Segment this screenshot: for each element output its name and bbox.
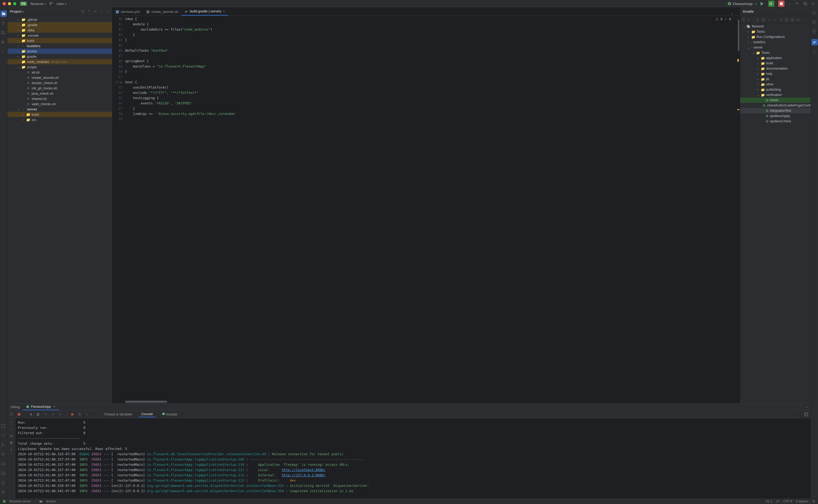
git-branch-dropdown[interactable]: main: [57, 2, 66, 6]
soft-wrap-icon[interactable]: [9, 434, 13, 438]
step-out-icon[interactable]: [58, 413, 62, 416]
step-over-icon[interactable]: [43, 413, 47, 416]
gradle-download-icon[interactable]: [756, 18, 759, 22]
gradle-refresh-icon[interactable]: [742, 18, 746, 22]
maven-tool-icon[interactable]: [812, 50, 817, 55]
tree-item-valid-checks-sh[interactable]: ≡valid_checks.sh: [7, 101, 112, 106]
tree-item-src[interactable]: ›📁src: [7, 117, 112, 122]
stop-button[interactable]: [778, 1, 785, 7]
actuator-tab[interactable]: Actuator: [159, 411, 180, 417]
project-tree[interactable]: ›📁.github›📁.gradle›📁.idea›📁.vscode›📁buil…: [7, 16, 112, 403]
panel-more-icon[interactable]: ⋮: [100, 9, 103, 13]
debug-tool-tab[interactable]: Debug: [7, 404, 23, 410]
gradle-item-run-configurations[interactable]: ›📁Run Configurations: [740, 34, 811, 40]
gradle-item-build[interactable]: ›📁build: [740, 61, 811, 66]
git-tool-icon[interactable]: [1, 490, 6, 496]
project-view-dropdown[interactable]: [22, 9, 24, 13]
gradle-item-verification[interactable]: ⌄📁verification: [740, 92, 811, 98]
editor-code-area[interactable]: idea { module { excludeDirs += files("no…: [125, 16, 740, 403]
tree-item-scripts[interactable]: ⌄📁scripts: [7, 64, 112, 70]
gradle-item-checkkotlingradlepluginconfigurationerr[interactable]: ⚙checkKotlinGradlePluginConfigurationErr: [740, 103, 811, 108]
threads-tab[interactable]: Threads & Variables: [101, 412, 135, 417]
tree-item-buildsrc[interactable]: ›▫buildSrc: [7, 43, 112, 49]
breadcrumb-path[interactable]: docker: [46, 500, 56, 503]
view-breakpoints-icon[interactable]: [70, 413, 74, 416]
step-into-icon[interactable]: [51, 413, 55, 416]
console-tab[interactable]: Console: [139, 411, 156, 417]
database-tool-icon[interactable]: [812, 30, 817, 35]
gradle-analyze-icon[interactable]: [785, 18, 788, 22]
search-everywhere-icon[interactable]: [803, 2, 807, 6]
window-zoom-button[interactable]: [13, 2, 16, 5]
tree-item-docker[interactable]: ›📁docker: [7, 49, 112, 54]
gradle-item-server[interactable]: ⌄▫server: [740, 45, 811, 50]
indent-indicator[interactable]: 4 spaces: [796, 500, 809, 503]
run-config-selector[interactable]: FlexworkApp: [728, 2, 757, 6]
notifications-icon[interactable]: [812, 11, 817, 16]
tree-item-all-sh[interactable]: ≡all.sh: [7, 70, 112, 75]
panel-minimize-icon[interactable]: —: [106, 9, 109, 13]
collapse-all-icon[interactable]: [94, 9, 97, 13]
window-close-button[interactable]: [3, 2, 6, 5]
gradle-attach-icon[interactable]: [762, 18, 765, 22]
clear-icon[interactable]: [9, 448, 13, 452]
bookmarks-tool-icon[interactable]: [1, 424, 6, 429]
resume-icon[interactable]: [29, 413, 32, 416]
ai-assistant-icon[interactable]: [812, 20, 817, 25]
scroll-to-top-icon[interactable]: [9, 420, 13, 424]
debug-icon[interactable]: [760, 2, 764, 6]
run-button[interactable]: [768, 1, 775, 7]
run-config-tab[interactable]: FlexworkApp ×: [23, 404, 59, 410]
gradle-item-tasks[interactable]: ›📁Tasks: [740, 29, 811, 34]
tree-item-gradle[interactable]: ›📁gradle: [7, 54, 112, 59]
tree-item-java-check-sh[interactable]: ≡java_check.sh: [7, 91, 112, 96]
toolbar-more-icon[interactable]: ⋮: [85, 412, 89, 416]
gradle-add-icon[interactable]: +: [748, 18, 750, 22]
gradle-tree[interactable]: ⌄🐘flexwork›📁Tasks›📁Run Configurations›▫b…: [740, 24, 811, 403]
print-icon[interactable]: [9, 441, 13, 445]
gradle-item-application[interactable]: ›📁application: [740, 55, 811, 61]
build-tool-icon[interactable]: [1, 462, 6, 467]
tab-more-icon[interactable]: ⋮: [734, 12, 738, 16]
tree-item-server[interactable]: ⌄▫server: [7, 106, 112, 112]
prev-highlight-icon[interactable]: ˆ: [733, 17, 734, 21]
console-output[interactable]: Run: 5Previously run: 0Filtered out: 0--…: [15, 418, 811, 498]
editor-inspection-status[interactable]: ⚠ 5 ✓ 8 ˆ ˇ: [716, 17, 737, 21]
more-vert-icon[interactable]: ⋮: [788, 2, 792, 6]
tree-item-build[interactable]: ›📁build: [7, 38, 112, 43]
gradle-settings-icon[interactable]: [796, 18, 800, 22]
gradle-build-icon[interactable]: [779, 18, 783, 22]
more-tools-icon[interactable]: ⋯: [1, 50, 6, 55]
gradle-execute-icon[interactable]: [767, 18, 771, 22]
close-tab-icon[interactable]: ×: [54, 405, 56, 409]
project-tool-icon[interactable]: [1, 11, 7, 17]
structure-tool-icon[interactable]: [1, 40, 6, 45]
tree-item--gradle[interactable]: ›📁.gradle: [7, 22, 112, 27]
editor-tab-create-secrets-sh[interactable]: create_secrets.sh: [143, 8, 182, 16]
layout-settings-icon[interactable]: [804, 413, 808, 416]
gradle-item-spotlessapply[interactable]: ⚙spotlessApply: [740, 113, 811, 119]
tree-item-node-modules[interactable]: ›📁node_moduleslibrary root: [7, 59, 112, 64]
tree-item-build[interactable]: ›📁build: [7, 112, 112, 117]
debug-tool-icon[interactable]: [1, 433, 6, 439]
problems-tool-icon[interactable]: [1, 481, 6, 486]
editor-tab-build-gradle---server-[interactable]: build.gradle (:server)×: [181, 7, 228, 16]
tab-close-icon[interactable]: ×: [223, 9, 225, 13]
gradle-item-check[interactable]: ⚙check: [740, 98, 811, 103]
gradle-collapse-icon[interactable]: [773, 18, 777, 22]
gradle-item-tasks[interactable]: ⌄📁Tasks: [740, 50, 811, 55]
line-sep-indicator[interactable]: LF: [776, 500, 780, 503]
scroll-to-end-icon[interactable]: [9, 427, 13, 431]
editor-tab-services-yml[interactable]: services.yml: [112, 8, 143, 16]
tree-item--idea[interactable]: ›📁.idea: [7, 27, 112, 33]
find-tool-icon[interactable]: [1, 452, 6, 458]
gradle-item-flexwork[interactable]: ⌄🐘flexwork: [740, 24, 811, 29]
tree-item-create-secrets-sh[interactable]: ≡create_secrets.sh: [7, 75, 112, 80]
settings-gear-icon[interactable]: [811, 2, 815, 6]
project-name-dropdown[interactable]: flexwork: [31, 2, 46, 6]
terminal-tool-icon[interactable]: [1, 471, 6, 477]
pull-requests-icon[interactable]: [1, 31, 6, 36]
tree-item-shared-sh[interactable]: ≡shared.sh: [7, 96, 112, 101]
gradle-item-jib[interactable]: ›📁jib: [740, 76, 811, 82]
tree-item-init-git-hooks-sh[interactable]: ≡init_git_hooks.sh: [7, 85, 112, 91]
